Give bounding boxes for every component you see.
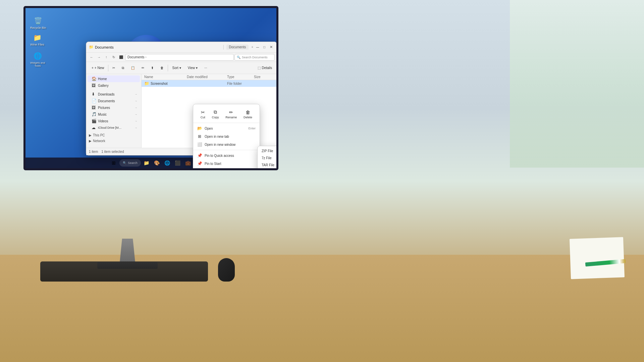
- taskbar-teams[interactable]: 💼: [183, 158, 193, 168]
- delete-button[interactable]: 🗑: [158, 65, 166, 71]
- rename-button[interactable]: ✏: [139, 65, 147, 71]
- ctx-open-win-label: Open in new window: [205, 143, 235, 146]
- ctx-delete-button[interactable]: 🗑 Delete: [241, 109, 254, 120]
- ctx-open-tab-icon: ⊞: [197, 134, 202, 139]
- videos-icon: 🎬: [92, 119, 96, 123]
- ctx-delete-icon: 🗑: [246, 110, 250, 115]
- forward-button[interactable]: →: [96, 54, 102, 61]
- ctx-icon-section: ✂ Cut ⧉ Copy ✏ Rename 🗑: [193, 106, 260, 123]
- recycle-bin-icon[interactable]: 🗑️ Recycle Bin: [29, 15, 48, 31]
- search-placeholder: Search Documents: [242, 56, 268, 59]
- sort-button[interactable]: Sort ▾: [169, 65, 183, 71]
- maximize-button[interactable]: □: [261, 44, 267, 50]
- window-title: Documents: [95, 45, 221, 49]
- submenu-additional[interactable]: Additional options: [258, 169, 278, 170]
- share-icon: ⬆: [151, 66, 154, 70]
- this-pc-section[interactable]: ▶ This PC: [86, 132, 141, 138]
- more-button[interactable]: ···: [202, 65, 210, 71]
- zip-label: ZIP File: [262, 149, 273, 153]
- ctx-open[interactable]: 📂 Open Enter: [193, 124, 260, 132]
- submenu-tar[interactable]: TAR File: [258, 162, 278, 169]
- taskbar-terminal[interactable]: ⬛: [173, 158, 182, 168]
- downloads-label: Downloads: [98, 93, 114, 96]
- new-tab-btn[interactable]: +: [251, 45, 253, 49]
- sidebar-item-home[interactable]: 🏠 Home: [88, 75, 140, 82]
- submenu-7z[interactable]: 7z File: [258, 155, 278, 162]
- edge-label: Widgets andTools: [30, 61, 45, 67]
- refresh-button[interactable]: ↻: [110, 54, 117, 61]
- ctx-pin-start[interactable]: 📌 Pin to Start: [193, 160, 260, 168]
- delete-icon: 🗑: [160, 66, 164, 70]
- taskbar-edge[interactable]: 🌐: [163, 158, 172, 168]
- breadcrumb-bar[interactable]: Documents >: [125, 54, 234, 61]
- up-button[interactable]: ↑: [103, 54, 110, 61]
- minimize-button[interactable]: ─: [255, 44, 261, 50]
- sidebar-item-gallery[interactable]: 🖼 Gallery: [88, 82, 140, 89]
- start-button[interactable]: ⊞: [109, 158, 118, 168]
- downloads-arrow: →: [135, 93, 137, 96]
- back-button[interactable]: ←: [88, 54, 95, 61]
- details-icon: ⬚: [258, 66, 261, 70]
- copy-icon: ⧉: [122, 66, 124, 70]
- sidebar-item-videos[interactable]: 🎬 Videos →: [88, 118, 140, 124]
- taskbar-files[interactable]: 📁: [142, 158, 151, 168]
- ctx-rename-button[interactable]: ✏ Rename: [223, 109, 239, 120]
- cut-button[interactable]: ✂: [110, 65, 118, 71]
- ctx-compress-section: 📦 Compress to... ▶ 📋 Copy as path Ctrl+S…: [193, 169, 260, 170]
- view-button[interactable]: View ▾: [185, 65, 201, 71]
- new-button[interactable]: + + New: [89, 65, 107, 71]
- sidebar-item-documents[interactable]: 📄 Documents →: [88, 98, 140, 104]
- this-pc-arrow: ▶: [89, 133, 92, 137]
- ctx-open-label: Open: [205, 127, 213, 130]
- sidebar-item-downloads[interactable]: ⬇ Downloads →: [88, 91, 140, 98]
- ctx-open-new-window[interactable]: ⬜ Open in new window: [193, 140, 260, 148]
- search-magnifier-icon: 🔍: [123, 161, 126, 165]
- taskbar-terminal-icon: ⬛: [175, 160, 180, 166]
- ctx-pin-start-label: Pin to Start: [205, 162, 221, 166]
- edge-desktop-icon[interactable]: 🌐 Widgets andTools: [29, 50, 46, 69]
- ctx-pin-quick[interactable]: 📌 Pin to Quick access: [193, 152, 260, 160]
- sidebar-item-music[interactable]: 🎵 Music →: [88, 111, 140, 118]
- sidebar-item-pictures[interactable]: 🖼 Pictures →: [88, 104, 140, 111]
- taskbar-teams-icon: 💼: [185, 160, 191, 166]
- file-name-text: Screenshot: [151, 82, 168, 85]
- ctx-open-new-tab[interactable]: ⊞ Open in new tab: [193, 132, 260, 140]
- taskbar-paint[interactable]: 🎨: [152, 158, 162, 168]
- new-icon: +: [92, 66, 94, 70]
- recycle-bin-img: 🗑️: [34, 16, 43, 25]
- sidebar-item-icloud[interactable]: ☁ iCloud Drive [M… →: [88, 124, 140, 131]
- window-tab[interactable]: Documents: [226, 45, 249, 50]
- submenu-zip[interactable]: ZIP File: [258, 147, 278, 155]
- column-type: Type: [227, 75, 254, 79]
- pictures-icon: 🖼: [92, 105, 96, 110]
- search-bar[interactable]: 🔍 Search Documents: [234, 54, 275, 61]
- search-text: Search: [128, 161, 138, 165]
- music-icon: 🎵: [92, 112, 96, 117]
- file-type: File folder: [227, 82, 254, 85]
- close-button[interactable]: ✕: [268, 44, 274, 50]
- view-toggle-btn[interactable]: ⬛: [118, 54, 124, 61]
- documents-label: Documents: [98, 99, 115, 103]
- monitor-screen: 🗑️ Recycle Bin 📁 Wine Files 🌐 Widgets an…: [23, 6, 278, 170]
- search-button[interactable]: 🔍 Search: [119, 159, 141, 167]
- breadcrumb-item: Documents: [127, 55, 145, 59]
- ctx-cut-button[interactable]: ✂ Cut: [199, 109, 207, 120]
- context-menu: ✂ Cut ⧉ Copy ✏ Rename 🗑: [193, 104, 260, 170]
- recycle-bin-label: Recycle Bin: [30, 26, 46, 29]
- wine-files-icon[interactable]: 📁 Wine Files: [29, 32, 46, 48]
- ctx-pin-quick-label: Pin to Quick access: [205, 154, 234, 158]
- ctx-copy-button[interactable]: ⧉ Copy: [210, 108, 221, 120]
- taskbar-edge-icon: 🌐: [164, 160, 170, 166]
- file-list-header: Name Date modified Type Size: [142, 74, 277, 80]
- network-section[interactable]: ▶ Network: [86, 138, 141, 144]
- ctx-copy-icon: ⧉: [214, 109, 217, 115]
- compress-submenu: ZIP File 7z File TAR File Additional opt…: [257, 146, 278, 170]
- paste-button[interactable]: 📋: [128, 65, 138, 71]
- file-row-screenshot[interactable]: 📁 Screenshot File folder: [142, 80, 277, 87]
- details-button[interactable]: ⬚ Details: [256, 65, 274, 71]
- search-icon: 🔍: [237, 56, 240, 59]
- sort-arrow-icon: ▾: [179, 66, 181, 70]
- copy-button[interactable]: ⧉: [119, 65, 127, 71]
- paste-icon: 📋: [131, 66, 135, 70]
- share-button[interactable]: ⬆: [148, 65, 156, 71]
